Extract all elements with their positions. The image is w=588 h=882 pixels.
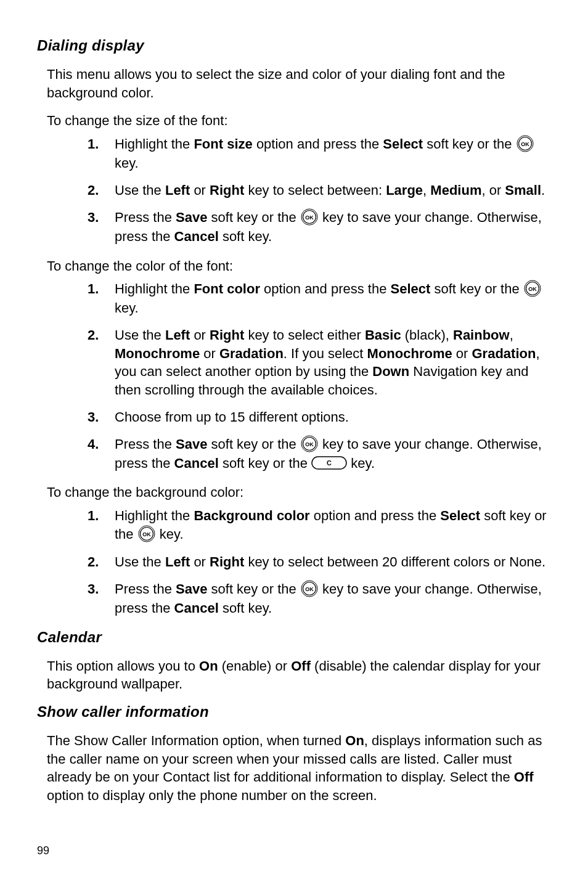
list-item: 3. Choose from up to 15 different option…: [88, 408, 551, 427]
heading-dialing-display: Dialing display: [37, 37, 551, 54]
list-text: Highlight the Font color option and pres…: [115, 281, 542, 316]
list-text: Press the Save soft key or the key to sa…: [115, 581, 542, 616]
intro-paragraph: This menu allows you to select the size …: [37, 65, 551, 102]
ok-icon: [300, 435, 319, 453]
page: Dialing display This menu allows you to …: [0, 0, 588, 882]
ok-icon: [516, 134, 534, 153]
ok-icon: [137, 525, 156, 543]
list-item: 2. Use the Left or Right key to select e…: [88, 326, 551, 399]
list-text: Use the Left or Right key to select betw…: [115, 182, 545, 198]
list-text: Press the Save soft key or the key to sa…: [115, 210, 542, 244]
list-number: 3.: [88, 580, 108, 598]
list-change-bg: 1. Highlight the Background color option…: [37, 507, 551, 617]
list-change-size: 1. Highlight the Font size option and pr…: [37, 135, 551, 245]
lead-change-size: To change the size of the font:: [37, 112, 551, 130]
list-number: 1.: [88, 135, 108, 153]
list-number: 2.: [88, 181, 108, 200]
list-number: 4.: [88, 435, 108, 454]
list-text: Use the Left or Right key to select eith…: [115, 327, 540, 398]
list-text: Use the Left or Right key to select betw…: [115, 554, 545, 570]
ok-icon: [300, 579, 319, 598]
list-number: 2.: [88, 326, 108, 345]
list-number: 1.: [88, 507, 108, 525]
list-item: 3. Press the Save soft key or the key to…: [88, 208, 551, 246]
list-item: 1. Highlight the Font size option and pr…: [88, 135, 551, 173]
list-text: Highlight the Background color option an…: [115, 508, 547, 542]
list-item: 4. Press the Save soft key or the key to…: [88, 435, 551, 473]
list-number: 1.: [88, 280, 108, 298]
list-number: 2.: [88, 553, 108, 571]
lead-change-bg: To change the background color:: [37, 483, 551, 502]
ok-icon: [300, 208, 319, 226]
page-number: 99: [37, 844, 49, 857]
ok-icon: [523, 279, 542, 298]
show-caller-paragraph: The Show Caller Information option, when…: [37, 732, 551, 805]
heading-calendar: Calendar: [37, 629, 551, 646]
list-item: 1. Highlight the Background color option…: [88, 507, 551, 544]
list-item: 2. Use the Left or Right key to select b…: [88, 553, 551, 571]
list-item: 2. Use the Left or Right key to select b…: [88, 181, 551, 200]
list-text: Press the Save soft key or the key to sa…: [115, 436, 542, 471]
list-item: 3. Press the Save soft key or the key to…: [88, 580, 551, 618]
list-number: 3.: [88, 408, 108, 427]
list-change-color: 1. Highlight the Font color option and p…: [37, 280, 551, 472]
lead-change-color: To change the color of the font:: [37, 257, 551, 276]
list-item: 1. Highlight the Font color option and p…: [88, 280, 551, 317]
heading-show-caller: Show caller information: [37, 703, 551, 721]
c-key-icon: [311, 456, 347, 470]
list-text: Highlight the Font size option and press…: [115, 136, 534, 171]
calendar-paragraph: This option allows you to On (enable) or…: [37, 657, 551, 693]
list-number: 3.: [88, 208, 108, 227]
list-text: Choose from up to 15 different options.: [115, 409, 349, 425]
